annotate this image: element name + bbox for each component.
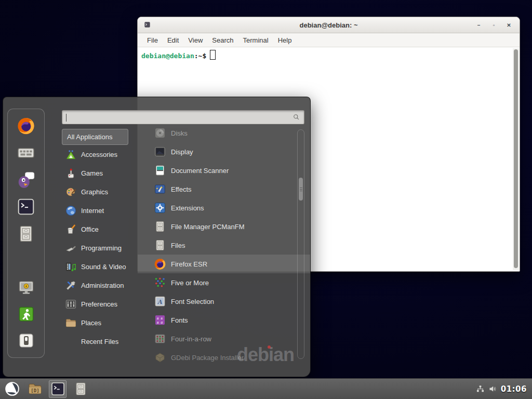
preferences-icon	[65, 298, 77, 310]
distro-circle-icon	[5, 381, 20, 396]
effects-icon	[154, 183, 166, 195]
terminal-task-button[interactable]	[49, 380, 66, 398]
pidgin-icon[interactable]	[17, 170, 35, 189]
extensions-icon	[154, 202, 166, 214]
minimize-icon[interactable]: –	[475, 22, 482, 29]
category-recent-files[interactable]: Recent Files	[62, 332, 140, 351]
logout-icon[interactable]	[18, 305, 35, 323]
menu-button[interactable]	[3, 380, 21, 398]
file-cabinet-icon	[154, 220, 166, 233]
no-icon	[65, 336, 77, 348]
category-programming[interactable]: Programming	[62, 238, 140, 257]
app-gdebi-package-installer[interactable]: GDebi Package Installer	[138, 348, 310, 367]
app-disks[interactable]: Disks	[138, 124, 310, 142]
graphics-icon	[65, 186, 77, 198]
file-cabinet-icon[interactable]	[17, 224, 35, 243]
accessories-icon	[65, 149, 77, 161]
shutdown-icon[interactable]	[18, 332, 35, 349]
terminal-menubar: File Edit View Search Terminal Help	[138, 33, 520, 47]
app-four-in-a-row[interactable]: Four-in-a-row	[138, 329, 310, 348]
category-internet[interactable]: Internet	[62, 201, 140, 220]
terminal-scrollbar[interactable]	[513, 48, 519, 270]
category-graphics[interactable]: Graphics	[62, 182, 140, 201]
terminal-icon[interactable]	[17, 197, 35, 216]
menu-edit[interactable]: Edit	[163, 36, 183, 44]
application-list: Disks Display Document Scanner Effects E…	[138, 124, 310, 367]
terminal-titlebar[interactable]: debian@debian: ~ – ▫ ✕	[138, 17, 520, 33]
category-sound-video[interactable]: Sound & Video	[62, 257, 140, 276]
gdebi-icon	[154, 351, 166, 364]
volume-icon[interactable]	[488, 384, 497, 393]
category-preferences[interactable]: Preferences	[62, 295, 140, 313]
menu-help[interactable]: Help	[273, 36, 297, 44]
programming-icon	[65, 242, 77, 254]
app-fonts[interactable]: aaaa Fonts	[138, 311, 310, 329]
folder-d-icon: [D]	[28, 381, 43, 396]
four-in-a-row-icon	[154, 332, 166, 345]
favorites-sidebar	[7, 109, 45, 358]
app-firefox-esr[interactable]: Firefox ESR	[138, 255, 310, 273]
app-file-manager-pcmanfm[interactable]: File Manager PCManFM	[138, 217, 310, 236]
menu-view[interactable]: View	[183, 36, 207, 44]
terminal-cursor	[210, 50, 216, 60]
category-all-applications[interactable]: All Applications	[62, 129, 128, 145]
menu-terminal[interactable]: Terminal	[238, 36, 273, 44]
terminal-icon	[50, 381, 65, 396]
category-office[interactable]: Office	[62, 220, 140, 238]
fonts-icon: aaaa	[154, 314, 166, 326]
close-icon[interactable]: ✕	[506, 22, 512, 29]
prompt-path: :~$	[194, 52, 206, 60]
window-controls: – ▫ ✕	[475, 22, 520, 29]
category-list: All Applications Accessories Games Graph…	[62, 129, 140, 351]
menu-search-field[interactable]	[62, 110, 304, 124]
file-manager-task-button[interactable]	[72, 380, 89, 398]
search-input[interactable]	[62, 111, 292, 124]
app-five-or-more[interactable]: Five or More	[138, 273, 310, 292]
display-icon	[154, 145, 166, 158]
app-list-scrollbar[interactable]	[297, 129, 304, 359]
taskbar: [D] 01:06	[0, 378, 532, 399]
font-selection-icon: A	[154, 295, 166, 308]
clock[interactable]: 01:06	[501, 384, 527, 394]
category-games[interactable]: Games	[62, 164, 140, 182]
text-caret	[66, 114, 66, 122]
places-icon	[65, 317, 77, 329]
system-tray: 01:06	[476, 384, 529, 394]
app-effects[interactable]: Effects	[138, 180, 310, 198]
svg-text:a: a	[161, 320, 163, 325]
keyboard-icon[interactable]	[17, 143, 35, 162]
application-menu: debian All Applications	[3, 97, 311, 377]
app-document-scanner[interactable]: Document Scanner	[138, 161, 310, 180]
maximize-icon[interactable]: ▫	[490, 22, 497, 29]
internet-icon	[65, 205, 77, 217]
menu-search[interactable]: Search	[207, 36, 238, 44]
app-list-scrollbar-thumb[interactable]	[299, 178, 303, 201]
office-icon	[65, 223, 77, 235]
svg-text:[D]: [D]	[31, 388, 39, 393]
disks-icon	[154, 127, 166, 139]
desktop-folder-launcher[interactable]: [D]	[26, 380, 44, 398]
file-cabinet-icon	[154, 239, 166, 251]
app-files[interactable]: Files	[138, 236, 310, 255]
app-font-selection[interactable]: A Font Selection	[138, 292, 310, 311]
window-title: debian@debian: ~	[138, 21, 520, 29]
games-icon	[65, 167, 77, 179]
terminal-scrollbar-thumb[interactable]	[514, 49, 518, 268]
category-administration[interactable]: Administration	[62, 276, 140, 295]
category-accessories[interactable]: Accessories	[62, 145, 140, 164]
app-extensions[interactable]: Extensions	[138, 198, 310, 217]
document-scanner-icon	[154, 164, 166, 177]
search-icon	[292, 113, 300, 121]
prompt-user-host: debian@debian	[141, 52, 194, 60]
administration-icon	[65, 280, 77, 291]
network-icon[interactable]	[476, 384, 485, 393]
lock-screen-icon[interactable]	[18, 279, 35, 296]
desktop: debian@debian: ~ – ▫ ✕ File Edit View Se…	[0, 0, 532, 399]
firefox-icon[interactable]	[17, 116, 35, 135]
category-places[interactable]: Places	[62, 313, 140, 332]
menu-file[interactable]: File	[142, 36, 163, 44]
app-display[interactable]: Display	[138, 142, 310, 161]
file-cabinet-icon	[73, 381, 88, 396]
firefox-icon	[154, 258, 166, 270]
svg-text:A: A	[157, 298, 163, 305]
